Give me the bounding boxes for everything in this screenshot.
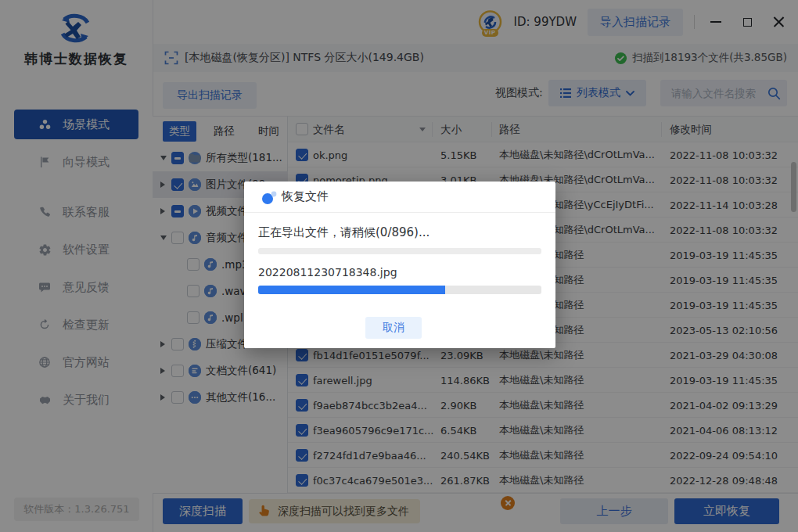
dialog-title: 恢复文件 xyxy=(282,189,329,204)
loading-spinner-icon xyxy=(261,191,279,205)
current-filename: 20220811230718348.jpg xyxy=(258,266,397,279)
export-status-text: 正在导出文件，请稍候(0/896)... xyxy=(258,225,430,240)
dialog-header: 恢复文件 xyxy=(244,182,555,213)
file-progress-bar xyxy=(258,286,541,294)
app-window: VIP ID: 99YDW 导入扫描记录 韩博士数据恢复 场景模式向导模式联系客… xyxy=(0,0,798,532)
recover-dialog: 恢复文件 正在导出文件，请稍候(0/896)... 20220811230718… xyxy=(244,182,555,348)
cancel-button[interactable]: 取消 xyxy=(365,317,422,339)
file-progress-fill xyxy=(258,286,445,294)
total-progress-bar xyxy=(258,248,541,254)
